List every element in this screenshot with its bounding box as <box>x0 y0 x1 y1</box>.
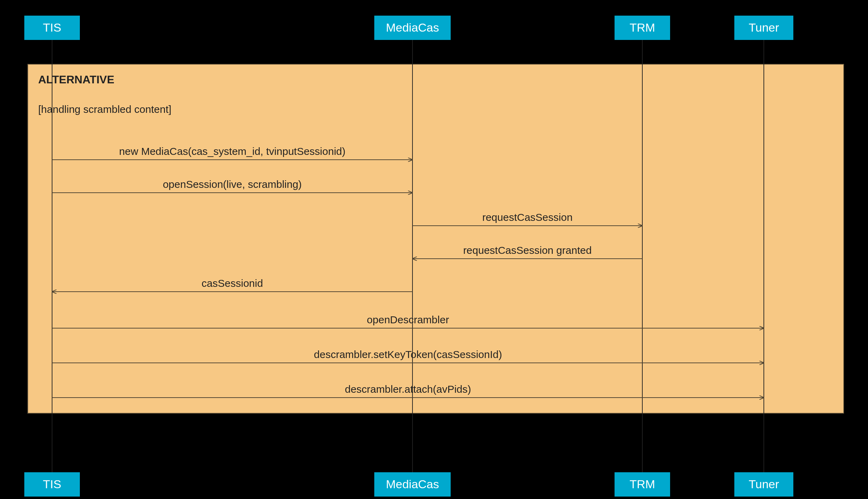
alt-fragment <box>28 64 844 413</box>
message-label-5: openDescrambler <box>367 314 449 325</box>
message-label-0: new MediaCas(cas_system_id, tvinputSessi… <box>119 145 345 157</box>
participant-label-tis: TIS <box>43 21 61 34</box>
sequence-diagram: ALTERNATIVE[handling scrambled content]n… <box>0 0 868 499</box>
message-label-2: requestCasSession <box>482 211 573 223</box>
participant-label-tuner: Tuner <box>749 477 779 491</box>
participant-label-mediacas: MediaCas <box>386 477 439 491</box>
participant-label-trm: TRM <box>629 477 655 491</box>
alt-guard: [handling scrambled content] <box>38 103 172 115</box>
alt-title: ALTERNATIVE <box>38 73 114 86</box>
message-label-7: descrambler.attach(avPids) <box>345 383 471 395</box>
participant-label-tuner: Tuner <box>749 21 779 34</box>
participant-label-tis: TIS <box>43 477 61 491</box>
message-label-1: openSession(live, scrambling) <box>163 178 302 190</box>
message-label-6: descrambler.setKeyToken(casSessionId) <box>314 349 502 360</box>
participant-label-trm: TRM <box>629 21 655 34</box>
message-label-4: casSessionid <box>202 277 263 289</box>
message-label-3: requestCasSession granted <box>463 244 592 256</box>
participant-label-mediacas: MediaCas <box>386 21 439 34</box>
